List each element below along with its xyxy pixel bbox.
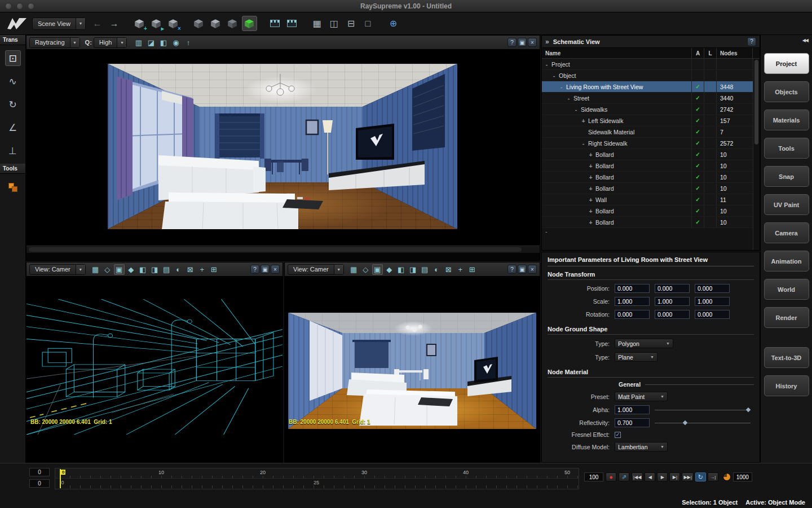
tree-row[interactable]: +Left Sidewalk✓157 <box>542 115 753 126</box>
frame-back-button[interactable]: ◀ <box>645 472 655 481</box>
lock-cell[interactable] <box>704 217 717 227</box>
expand-icon[interactable]: + <box>588 174 593 181</box>
active-check[interactable]: ✓ <box>692 194 704 205</box>
lock-cell[interactable] <box>704 93 717 103</box>
help-button[interactable]: ? <box>250 265 259 274</box>
film-icon[interactable]: ▥ <box>133 37 144 48</box>
collapse-icon[interactable]: - <box>581 140 586 147</box>
reflectivity-slider[interactable] <box>655 423 751 423</box>
lock-cell[interactable] <box>704 81 717 92</box>
add-cube-icon[interactable]: + <box>132 16 147 31</box>
playhead[interactable]: 0 <box>60 469 61 488</box>
rail-button-world[interactable]: World <box>764 279 809 300</box>
layout-split-icon[interactable]: ◫ <box>326 16 342 31</box>
lock-cell[interactable] <box>704 104 717 115</box>
shaded-view-icon[interactable]: ▣ <box>114 264 125 275</box>
tree-row[interactable]: +Bollard✓10 <box>542 217 753 228</box>
export-icon[interactable]: ↑ <box>183 37 193 48</box>
preview-canvas[interactable]: BB: 20000 20000 6.401 Grid: 1 <box>285 277 540 462</box>
collapse-icon[interactable]: - <box>573 106 579 113</box>
close-button[interactable]: × <box>271 265 280 274</box>
lock-cell[interactable] <box>704 70 717 81</box>
active-check[interactable]: ✓ <box>692 217 704 227</box>
rotation-z-field[interactable] <box>695 310 730 319</box>
plane-type-dropdown[interactable]: Plane ▼ <box>615 352 657 362</box>
quality-dropdown[interactable]: High ▼ <box>94 37 127 48</box>
horizontal-scrollbar[interactable] <box>27 246 540 253</box>
rail-button-tools[interactable]: Tools <box>764 138 809 159</box>
range-start-field[interactable]: 0 <box>29 468 50 476</box>
cube-dark-icon[interactable] <box>225 16 240 31</box>
expand-icon[interactable]: + <box>588 219 593 226</box>
view-dropdown[interactable]: View: Camer ▼ <box>288 264 344 275</box>
close-button[interactable]: × <box>528 265 537 274</box>
cube-solid-icon[interactable] <box>191 16 206 31</box>
rail-button-camera[interactable]: Camera <box>764 222 809 243</box>
motion-icon[interactable]: ⇗ <box>619 472 629 481</box>
half-cube-icon[interactable]: ◧ <box>138 264 148 275</box>
delete-cube-icon[interactable]: × <box>166 16 181 31</box>
rail-button-history[interactable]: History <box>764 375 809 396</box>
reflectivity-field[interactable] <box>615 418 650 427</box>
lock-cell[interactable] <box>704 194 717 205</box>
render-progress-icon[interactable] <box>723 473 731 481</box>
rail-button-animation[interactable]: Animation <box>764 251 809 271</box>
column-nodes[interactable]: Nodes <box>717 48 753 58</box>
duplicate-cube-icon[interactable]: ▸ <box>149 16 164 31</box>
column-name[interactable]: Name <box>542 48 692 58</box>
view-dropdown[interactable]: View: Camer ▼ <box>29 264 86 275</box>
timeline-ruler[interactable]: 1020304050 025 0 <box>55 468 579 489</box>
tree-row[interactable]: +Bollard✓10 <box>542 205 753 217</box>
active-check[interactable] <box>692 70 704 81</box>
position-y-field[interactable] <box>655 284 690 293</box>
lock-cell[interactable] <box>704 59 717 69</box>
wire-cube-icon[interactable]: ◇ <box>102 264 113 275</box>
raytracing-canvas[interactable] <box>27 50 540 253</box>
pan-icon[interactable]: + <box>455 264 466 275</box>
collapse-icon[interactable]: - <box>551 72 557 79</box>
cull-icon[interactable]: ⊠ <box>185 264 196 275</box>
expand-icon[interactable]: + <box>581 117 586 124</box>
grid-icon[interactable]: ▦ <box>90 264 101 275</box>
active-check[interactable]: ✓ <box>692 160 704 171</box>
end-frame-field[interactable]: 1000 <box>733 472 752 481</box>
position-z-field[interactable] <box>695 284 730 293</box>
lock-cell[interactable] <box>704 160 717 171</box>
collapse-icon[interactable]: - <box>559 84 564 90</box>
layout-rows-icon[interactable]: ⊟ <box>343 16 359 31</box>
detach-button[interactable]: ▣ <box>518 38 527 47</box>
tree-row[interactable]: -Living Room with Street View✓3448 <box>542 81 753 93</box>
skip-end-button[interactable]: ▶▶| <box>682 472 693 481</box>
tools-section-label[interactable]: Tools <box>0 164 25 174</box>
preset-dropdown[interactable]: Matt Paint ▼ <box>615 392 668 401</box>
frame-forward-button[interactable]: ▶| <box>669 472 680 481</box>
rail-button-project[interactable]: Project <box>764 53 809 74</box>
back-cube-icon[interactable]: ◨ <box>149 264 160 275</box>
half-cube-icon[interactable]: ◧ <box>396 264 407 275</box>
expand-icon[interactable]: + <box>588 185 593 192</box>
rail-button-snap[interactable]: Snap <box>764 166 809 187</box>
active-check[interactable]: ✓ <box>692 81 704 92</box>
help-button[interactable]: ? <box>508 38 517 47</box>
fresnel-checkbox[interactable]: ✓ <box>615 432 621 438</box>
expand-icon[interactable]: + <box>588 163 593 169</box>
active-check[interactable]: ✓ <box>692 138 704 148</box>
lock-cell[interactable] <box>704 149 717 160</box>
scale-y-field[interactable] <box>655 297 690 306</box>
play-button[interactable]: ▶ <box>657 472 668 481</box>
skip-start-button[interactable]: |◀◀ <box>632 472 643 481</box>
lock-cell[interactable] <box>704 172 717 182</box>
active-check[interactable]: ✓ <box>692 93 704 103</box>
position-x-field[interactable] <box>615 284 650 293</box>
expand-icon[interactable]: + <box>588 151 593 158</box>
tree-row[interactable]: -Right Sidewalk✓2572 <box>542 138 753 149</box>
clapper-add-icon[interactable] <box>284 16 299 31</box>
rotation-x-field[interactable] <box>615 310 650 319</box>
rail-button-uv-paint[interactable]: UV Paint <box>764 194 809 215</box>
active-check[interactable]: ✓ <box>692 104 704 115</box>
cull-icon[interactable]: ⊠ <box>443 264 454 275</box>
lock-cell[interactable] <box>704 183 717 194</box>
select-icon[interactable]: ⊡ <box>5 50 21 66</box>
clapper-icon[interactable]: ◪ <box>145 37 156 48</box>
frame-icon[interactable]: ⊞ <box>467 264 478 275</box>
